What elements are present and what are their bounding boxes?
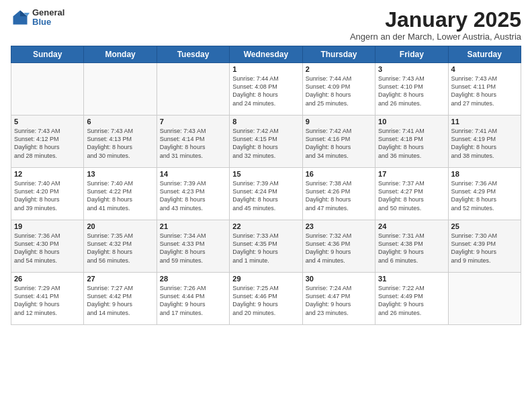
day-number: 20 (87, 222, 153, 230)
day-info: Sunrise: 7:40 AM Sunset: 4:20 PM Dayligh… (14, 179, 81, 212)
calendar-day-cell: 28Sunrise: 7:26 AM Sunset: 4:44 PM Dayli… (157, 273, 229, 325)
calendar-day-cell: 5Sunrise: 7:43 AM Sunset: 4:12 PM Daylig… (11, 116, 84, 168)
day-number: 26 (14, 275, 81, 283)
day-number: 19 (14, 222, 81, 230)
calendar-day-cell: 1Sunrise: 7:44 AM Sunset: 4:08 PM Daylig… (230, 63, 302, 116)
day-info: Sunrise: 7:27 AM Sunset: 4:42 PM Dayligh… (87, 284, 153, 317)
day-info: Sunrise: 7:43 AM Sunset: 4:12 PM Dayligh… (14, 127, 81, 160)
calendar-week-row: 1Sunrise: 7:44 AM Sunset: 4:08 PM Daylig… (11, 63, 521, 116)
day-info: Sunrise: 7:36 AM Sunset: 4:30 PM Dayligh… (14, 232, 81, 265)
calendar-day-cell: 19Sunrise: 7:36 AM Sunset: 4:30 PM Dayli… (11, 220, 84, 273)
day-info: Sunrise: 7:26 AM Sunset: 4:44 PM Dayligh… (160, 284, 226, 317)
day-number: 6 (87, 118, 153, 126)
calendar-day-cell: 11Sunrise: 7:41 AM Sunset: 4:19 PM Dayli… (448, 116, 521, 168)
calendar-day-cell: 4Sunrise: 7:43 AM Sunset: 4:11 PM Daylig… (448, 63, 521, 116)
day-info: Sunrise: 7:41 AM Sunset: 4:19 PM Dayligh… (451, 127, 518, 160)
day-number: 2 (306, 65, 372, 73)
logo-icon (11, 8, 30, 27)
day-number: 8 (232, 118, 299, 126)
calendar-table: SundayMondayTuesdayWednesdayThursdayFrid… (11, 46, 521, 325)
day-number: 3 (378, 65, 445, 73)
day-number: 9 (306, 118, 372, 126)
weekday-header-saturday: Saturday (448, 46, 521, 63)
day-number: 15 (232, 170, 299, 178)
day-info: Sunrise: 7:29 AM Sunset: 4:41 PM Dayligh… (14, 284, 81, 317)
calendar-day-cell: 25Sunrise: 7:30 AM Sunset: 4:39 PM Dayli… (448, 220, 521, 273)
calendar-week-row: 12Sunrise: 7:40 AM Sunset: 4:20 PM Dayli… (11, 168, 521, 220)
day-info: Sunrise: 7:42 AM Sunset: 4:15 PM Dayligh… (232, 127, 299, 160)
calendar-subtitle: Angern an der March, Lower Austria, Aust… (350, 32, 521, 42)
calendar-week-row: 26Sunrise: 7:29 AM Sunset: 4:41 PM Dayli… (11, 273, 521, 325)
day-info: Sunrise: 7:35 AM Sunset: 4:32 PM Dayligh… (87, 232, 153, 265)
day-info: Sunrise: 7:44 AM Sunset: 4:09 PM Dayligh… (306, 75, 372, 107)
day-number: 29 (232, 275, 299, 283)
calendar-day-cell: 3Sunrise: 7:43 AM Sunset: 4:10 PM Daylig… (375, 63, 448, 116)
calendar-day-cell (11, 63, 84, 116)
day-number: 23 (306, 222, 372, 230)
day-info: Sunrise: 7:32 AM Sunset: 4:36 PM Dayligh… (306, 232, 372, 265)
day-number: 10 (378, 118, 445, 126)
day-number: 31 (378, 275, 445, 283)
day-info: Sunrise: 7:36 AM Sunset: 4:29 PM Dayligh… (451, 179, 518, 212)
day-number: 12 (14, 170, 81, 178)
calendar-day-cell (84, 63, 157, 116)
calendar-day-cell: 10Sunrise: 7:41 AM Sunset: 4:18 PM Dayli… (375, 116, 448, 168)
logo: General Blue (11, 8, 64, 28)
day-info: Sunrise: 7:43 AM Sunset: 4:11 PM Dayligh… (451, 75, 518, 107)
day-info: Sunrise: 7:43 AM Sunset: 4:14 PM Dayligh… (160, 127, 226, 160)
day-number: 22 (232, 222, 299, 230)
day-info: Sunrise: 7:43 AM Sunset: 4:10 PM Dayligh… (378, 75, 445, 107)
day-number: 7 (160, 118, 226, 126)
calendar-week-row: 19Sunrise: 7:36 AM Sunset: 4:30 PM Dayli… (11, 220, 521, 273)
calendar-day-cell: 20Sunrise: 7:35 AM Sunset: 4:32 PM Dayli… (84, 220, 157, 273)
day-info: Sunrise: 7:37 AM Sunset: 4:27 PM Dayligh… (378, 179, 445, 212)
calendar-title: January 2025 (350, 8, 521, 32)
day-number: 4 (451, 65, 518, 73)
weekday-header-tuesday: Tuesday (157, 46, 229, 63)
calendar-day-cell: 9Sunrise: 7:42 AM Sunset: 4:16 PM Daylig… (302, 116, 375, 168)
day-info: Sunrise: 7:22 AM Sunset: 4:49 PM Dayligh… (378, 284, 445, 317)
day-info: Sunrise: 7:30 AM Sunset: 4:39 PM Dayligh… (451, 232, 518, 265)
weekday-header-monday: Monday (84, 46, 157, 63)
day-number: 27 (87, 275, 153, 283)
day-number: 28 (160, 275, 226, 283)
weekday-header-thursday: Thursday (302, 46, 375, 63)
logo-general-text: General (32, 8, 64, 17)
day-info: Sunrise: 7:44 AM Sunset: 4:08 PM Dayligh… (232, 75, 299, 107)
calendar-day-cell: 24Sunrise: 7:31 AM Sunset: 4:38 PM Dayli… (375, 220, 448, 273)
weekday-header-sunday: Sunday (11, 46, 84, 63)
day-number: 17 (378, 170, 445, 178)
day-number: 5 (14, 118, 81, 126)
calendar-day-cell: 8Sunrise: 7:42 AM Sunset: 4:15 PM Daylig… (230, 116, 302, 168)
day-info: Sunrise: 7:39 AM Sunset: 4:24 PM Dayligh… (232, 179, 299, 212)
day-info: Sunrise: 7:33 AM Sunset: 4:35 PM Dayligh… (232, 232, 299, 265)
calendar-day-cell: 18Sunrise: 7:36 AM Sunset: 4:29 PM Dayli… (448, 168, 521, 220)
logo-text: General Blue (32, 8, 64, 28)
day-number: 24 (378, 222, 445, 230)
calendar-day-cell: 22Sunrise: 7:33 AM Sunset: 4:35 PM Dayli… (230, 220, 302, 273)
calendar-day-cell: 2Sunrise: 7:44 AM Sunset: 4:09 PM Daylig… (302, 63, 375, 116)
day-info: Sunrise: 7:24 AM Sunset: 4:47 PM Dayligh… (306, 284, 372, 317)
calendar-day-cell (448, 273, 521, 325)
day-info: Sunrise: 7:38 AM Sunset: 4:26 PM Dayligh… (306, 179, 372, 212)
day-number: 25 (451, 222, 518, 230)
calendar-week-row: 5Sunrise: 7:43 AM Sunset: 4:12 PM Daylig… (11, 116, 521, 168)
day-number: 18 (451, 170, 518, 178)
calendar-day-cell: 13Sunrise: 7:40 AM Sunset: 4:22 PM Dayli… (84, 168, 157, 220)
calendar-day-cell: 17Sunrise: 7:37 AM Sunset: 4:27 PM Dayli… (375, 168, 448, 220)
day-number: 21 (160, 222, 226, 230)
calendar-day-cell (157, 63, 229, 116)
calendar-day-cell: 12Sunrise: 7:40 AM Sunset: 4:20 PM Dayli… (11, 168, 84, 220)
day-number: 11 (451, 118, 518, 126)
calendar-day-cell: 31Sunrise: 7:22 AM Sunset: 4:49 PM Dayli… (375, 273, 448, 325)
day-info: Sunrise: 7:39 AM Sunset: 4:23 PM Dayligh… (160, 179, 226, 212)
day-info: Sunrise: 7:43 AM Sunset: 4:13 PM Dayligh… (87, 127, 153, 160)
title-block: January 2025 Angern an der March, Lower … (350, 8, 521, 42)
day-number: 13 (87, 170, 153, 178)
day-number: 30 (306, 275, 372, 283)
calendar-day-cell: 26Sunrise: 7:29 AM Sunset: 4:41 PM Dayli… (11, 273, 84, 325)
header: General Blue January 2025 Angern an der … (11, 8, 521, 42)
day-info: Sunrise: 7:31 AM Sunset: 4:38 PM Dayligh… (378, 232, 445, 265)
calendar-day-cell: 23Sunrise: 7:32 AM Sunset: 4:36 PM Dayli… (302, 220, 375, 273)
calendar-day-cell: 30Sunrise: 7:24 AM Sunset: 4:47 PM Dayli… (302, 273, 375, 325)
